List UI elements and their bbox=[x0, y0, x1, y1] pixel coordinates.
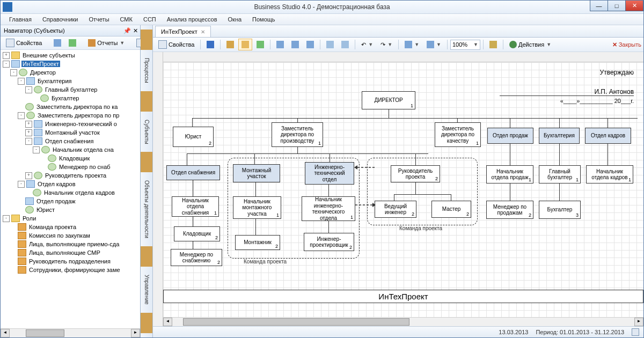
tree-node[interactable]: -Начальник отдела сна bbox=[1, 145, 140, 154]
menu-analysis[interactable]: Анализ процессов bbox=[162, 15, 223, 24]
doc-close-button[interactable]: ✕Закрыть bbox=[612, 41, 641, 48]
scroll-thumb[interactable] bbox=[183, 318, 409, 326]
menu-main[interactable]: Главная bbox=[4, 15, 37, 24]
box-hr[interactable]: Отдел кадров bbox=[585, 128, 631, 144]
tree-node[interactable]: Комиссия по закупкам bbox=[1, 231, 140, 240]
sidetab-icon-1[interactable] bbox=[141, 30, 152, 50]
box-sales-mgr[interactable]: Менеджер по продажам2 bbox=[486, 201, 533, 219]
sidetab-icon-2[interactable] bbox=[141, 91, 152, 112]
tb-btn-d[interactable] bbox=[273, 39, 287, 50]
canvas-hscrollbar[interactable]: ◄ ► bbox=[163, 317, 643, 326]
doc-tab-intehproekt[interactable]: ИнТехПроект ✕ bbox=[155, 26, 211, 37]
sidetab-icon-5[interactable] bbox=[141, 313, 152, 333]
sidetab-manage[interactable]: Управление bbox=[142, 269, 151, 311]
tree-twisty[interactable]: - bbox=[18, 181, 25, 188]
box-supply[interactable]: Отдел снабжения bbox=[166, 165, 220, 180]
box-zam-qual[interactable]: Заместитель директора по качеству1 bbox=[435, 122, 481, 147]
navigator-tree[interactable]: +Внешние субъекты-ИнТехПроект-Директор-Б… bbox=[1, 50, 140, 328]
menu-windows[interactable]: Окна bbox=[223, 15, 247, 24]
menu-reports[interactable]: Отчеты bbox=[84, 15, 115, 24]
tree-twisty[interactable]: - bbox=[3, 215, 10, 222]
tree-node[interactable]: +Руководитель проекта bbox=[1, 171, 140, 180]
tree-node[interactable]: -Заместитель директора по пр bbox=[1, 111, 140, 120]
tree-node[interactable]: +Внешние субъекты bbox=[1, 51, 140, 60]
box-jurist[interactable]: Юрист2 bbox=[173, 127, 214, 147]
window-close-button[interactable]: ✕ bbox=[625, 1, 643, 11]
tree-node[interactable]: -Бухгалтерия bbox=[1, 77, 140, 85]
tree-node[interactable]: -Роли bbox=[1, 214, 140, 223]
sidetab-subjects[interactable]: Субъекты bbox=[142, 114, 151, 150]
tree-twisty[interactable]: - bbox=[3, 61, 10, 68]
box-sales[interactable]: Отдел продаж bbox=[487, 128, 533, 144]
tree-node[interactable]: Юрист bbox=[1, 205, 140, 214]
zoom-combo[interactable]: 100%▼ bbox=[450, 40, 480, 50]
maximize-button[interactable]: □ bbox=[608, 1, 626, 11]
box-acc2[interactable]: Бухгалтер3 bbox=[539, 201, 581, 219]
nav-reports-button[interactable]: Отчеты▼ bbox=[85, 37, 128, 49]
box-storeman[interactable]: Кладовщик2 bbox=[174, 226, 220, 241]
tree-node[interactable]: Отдел продаж bbox=[1, 197, 140, 205]
tree-twisty[interactable]: + bbox=[25, 121, 32, 128]
tb-btn-i[interactable]: ▼ bbox=[401, 39, 422, 50]
sidetab-objects[interactable]: Объекты деятельности bbox=[142, 174, 151, 244]
nav-btn1[interactable] bbox=[50, 37, 64, 49]
box-hr-head[interactable]: Начальник отдела кадров1 bbox=[586, 165, 633, 183]
tab-close-icon[interactable]: ✕ bbox=[201, 29, 205, 35]
tree-twisty[interactable]: - bbox=[25, 138, 32, 145]
scroll-right-icon[interactable]: ► bbox=[634, 318, 643, 326]
tree-node[interactable]: +Инженерно-технический о bbox=[1, 120, 140, 128]
tree-node[interactable]: -ИнТехПроект bbox=[1, 60, 140, 68]
save-button[interactable] bbox=[203, 39, 217, 50]
tree-twisty[interactable] bbox=[10, 267, 16, 273]
tree-twisty[interactable] bbox=[10, 233, 16, 239]
tb-btn-j[interactable]: ▼ bbox=[423, 39, 444, 50]
tree-node[interactable]: Начальник отдела кадров bbox=[1, 188, 140, 197]
tree-twisty[interactable] bbox=[25, 190, 31, 196]
tree-twisty[interactable]: - bbox=[18, 78, 25, 85]
box-zam-prod[interactable]: Заместитель директора по производству1 bbox=[272, 122, 323, 147]
tree-node[interactable]: Руководитель подразделения bbox=[1, 257, 140, 266]
scroll-thumb[interactable] bbox=[26, 329, 64, 337]
tree-node[interactable]: +Монтажный участок bbox=[1, 128, 140, 137]
tree-twisty[interactable]: - bbox=[18, 112, 25, 119]
tree-twisty[interactable]: + bbox=[25, 172, 32, 179]
tree-twisty[interactable] bbox=[40, 164, 46, 170]
tree-twisty[interactable] bbox=[10, 259, 16, 264]
box-acc[interactable]: Бухгалтерия bbox=[539, 128, 580, 144]
tree-node[interactable]: Бухгалтер bbox=[1, 94, 140, 102]
scroll-left-icon[interactable]: ◄ bbox=[163, 318, 172, 326]
tb-btn-g[interactable] bbox=[323, 39, 337, 50]
tree-twisty[interactable]: + bbox=[25, 129, 32, 136]
sidetab-icon-3[interactable] bbox=[141, 152, 152, 172]
nav-props-button[interactable]: Свойства bbox=[3, 37, 45, 49]
tb-btn-k[interactable] bbox=[486, 39, 500, 50]
box-supply-mgr[interactable]: Менеджер по снабжению2 bbox=[171, 249, 222, 266]
menu-ssp[interactable]: ССП bbox=[138, 15, 162, 24]
panel-close-icon[interactable]: ✕ bbox=[133, 27, 138, 34]
actions-button[interactable]: Действия▼ bbox=[506, 39, 554, 50]
redo-button[interactable]: ↷▼ bbox=[377, 39, 396, 50]
tree-node[interactable]: Менеджер по снаб bbox=[1, 163, 140, 171]
undo-button[interactable]: ↶▼ bbox=[358, 39, 376, 50]
tree-twisty[interactable] bbox=[18, 104, 24, 110]
minimize-button[interactable]: — bbox=[590, 1, 608, 11]
tb-btn-a[interactable] bbox=[223, 39, 237, 50]
tb-btn-h[interactable] bbox=[338, 39, 352, 50]
tree-twisty[interactable] bbox=[40, 156, 46, 161]
tree-node[interactable]: -Отдел кадров bbox=[1, 180, 140, 188]
tb-btn-e[interactable] bbox=[288, 39, 302, 50]
tree-node[interactable]: Лица, выполняющие СМР bbox=[1, 248, 140, 257]
scroll-right-icon[interactable]: ► bbox=[131, 329, 140, 337]
diagram-canvas[interactable]: Утверждаю И.П. Антонов «____»__________ … bbox=[163, 62, 643, 317]
tb-btn-c[interactable] bbox=[253, 39, 267, 50]
menu-help[interactable]: Помощь bbox=[247, 15, 281, 24]
box-supply-head[interactable]: Начальник отдела снабжения1 bbox=[172, 196, 219, 217]
tree-twisty[interactable]: - bbox=[25, 86, 32, 93]
pin-icon[interactable]: 📌 bbox=[123, 27, 131, 34]
tree-node[interactable]: Команда проекта bbox=[1, 223, 140, 231]
box-sales-head[interactable]: Начальник отдела продаж1 bbox=[486, 165, 533, 183]
tree-twisty[interactable] bbox=[10, 241, 16, 247]
tree-twisty[interactable] bbox=[33, 95, 39, 101]
tree-twisty[interactable] bbox=[10, 250, 16, 256]
doc-props-button[interactable]: Свойства bbox=[155, 39, 197, 50]
